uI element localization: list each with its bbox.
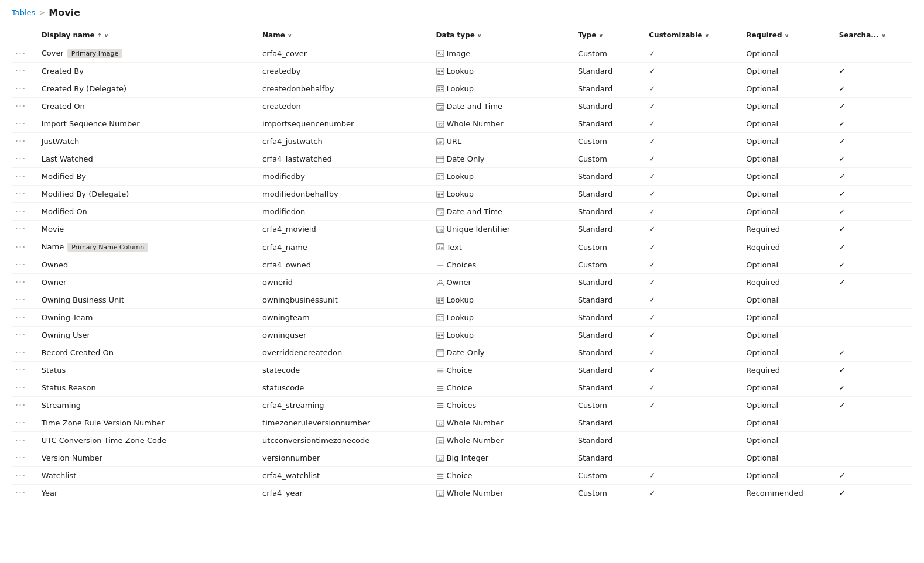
check-icon: ✓ <box>649 331 655 339</box>
cell-customizable: ✓ <box>643 186 740 203</box>
th-name[interactable]: Name ∨ <box>256 26 430 44</box>
cell-customizable: ✓ <box>643 44 740 63</box>
row-dots-menu[interactable]: ··· <box>12 467 36 485</box>
row-dots-menu[interactable]: ··· <box>12 449 36 467</box>
cell-display-name: Import Sequence Number <box>36 115 256 133</box>
svg-rect-54 <box>440 298 443 299</box>
cell-datatype: Lookup <box>430 186 573 203</box>
row-dots-menu[interactable]: ··· <box>12 397 36 414</box>
svg-rect-29 <box>440 175 443 176</box>
cell-name: importsequencenumber <box>256 115 430 133</box>
row-dots-menu[interactable]: ··· <box>12 379 36 397</box>
search-check-icon: ✓ <box>839 102 846 111</box>
cell-name: ownerid <box>256 274 430 291</box>
row-dots-menu[interactable]: ··· <box>12 150 36 168</box>
cell-name: statecode <box>256 362 430 379</box>
svg-rect-65 <box>437 334 440 334</box>
cell-type: Custom <box>572 238 643 256</box>
th-searchable[interactable]: Searcha... ∨ <box>833 26 912 44</box>
row-dots-menu[interactable]: ··· <box>12 238 36 256</box>
cell-display-name: Created By (Delegate) <box>36 80 256 98</box>
row-dots-menu[interactable]: ··· <box>12 221 36 238</box>
th-type-sort[interactable]: ∨ <box>598 32 603 39</box>
cell-datatype: 123Date and Time <box>430 98 573 115</box>
row-dots-menu[interactable]: ··· <box>12 63 36 80</box>
th-customizable-sort[interactable]: ∨ <box>704 32 709 39</box>
cell-searchable: ✓ <box>833 80 912 98</box>
search-check-icon: ✓ <box>839 172 846 181</box>
cell-searchable: ✓ <box>833 133 912 150</box>
th-display-name[interactable]: Display name ↑ ∨ <box>36 26 256 44</box>
row-dots-menu[interactable]: ··· <box>12 186 36 203</box>
breadcrumb-parent[interactable]: Tables <box>12 8 35 17</box>
row-dots-menu[interactable]: ··· <box>12 44 36 63</box>
th-required[interactable]: Required ∨ <box>740 26 833 44</box>
row-dots-menu[interactable]: ··· <box>12 80 36 98</box>
th-customizable-label: Customizable <box>649 31 702 39</box>
cell-customizable: ✓ <box>643 203 740 221</box>
cell-type: Standard <box>572 186 643 203</box>
row-dots-menu[interactable]: ··· <box>12 414 36 432</box>
cell-type: Standard <box>572 449 643 467</box>
th-datatype-sort[interactable]: ∨ <box>477 32 482 39</box>
cell-customizable: ✓ <box>643 133 740 150</box>
cell-customizable <box>643 449 740 467</box>
th-searchable-sort[interactable]: ∨ <box>881 32 886 39</box>
cell-datatype: Choice <box>430 362 573 379</box>
row-dots-menu[interactable]: ··· <box>12 309 36 327</box>
cell-customizable: ✓ <box>643 168 740 186</box>
table-row: ···Owning Business Unitowningbusinessuni… <box>12 291 912 309</box>
cell-datatype: URLURL <box>430 133 573 150</box>
table-row: ···UTC Conversion Time Zone Codeutcconve… <box>12 432 912 449</box>
row-dots-menu[interactable]: ··· <box>12 291 36 309</box>
cell-display-name: Time Zone Rule Version Number <box>36 414 256 432</box>
row-dots-menu[interactable]: ··· <box>12 98 36 115</box>
cell-name: utcconversiontimezonecode <box>256 432 430 449</box>
table-row: ···Owning UserowninguserLookupStandard✓O… <box>12 327 912 344</box>
check-icon: ✓ <box>649 49 655 58</box>
svg-text:123: 123 <box>437 122 444 127</box>
cell-required: Optional <box>740 133 833 150</box>
th-required-label: Required <box>746 31 782 39</box>
row-dots-menu[interactable]: ··· <box>12 115 36 133</box>
row-dots-menu[interactable]: ··· <box>12 362 36 379</box>
svg-text:UID: UID <box>437 228 442 232</box>
cell-customizable <box>643 432 740 449</box>
cell-customizable: ✓ <box>643 150 740 168</box>
search-check-icon: ✓ <box>839 119 846 128</box>
th-customizable[interactable]: Customizable ∨ <box>643 26 740 44</box>
row-dots-menu[interactable]: ··· <box>12 274 36 291</box>
row-dots-menu[interactable]: ··· <box>12 256 36 274</box>
row-dots-menu[interactable]: ··· <box>12 203 36 221</box>
cell-searchable: ✓ <box>833 467 912 485</box>
table-row: ···Created BycreatedbyLookupStandard✓Opt… <box>12 63 912 80</box>
svg-rect-7 <box>437 73 440 73</box>
table-row: ···Created Oncreatedon123Date and TimeSt… <box>12 98 912 115</box>
cell-customizable: ✓ <box>643 344 740 362</box>
row-dots-menu[interactable]: ··· <box>12 168 36 186</box>
columns-table: Display name ↑ ∨ Name ∨ Data type ∨ Type <box>12 26 912 502</box>
cell-display-name: Year <box>36 485 256 502</box>
th-display-name-sort[interactable]: ↑ ∨ <box>97 32 109 39</box>
th-required-sort[interactable]: ∨ <box>785 32 789 39</box>
cell-type: Standard <box>572 98 643 115</box>
row-dots-menu[interactable]: ··· <box>12 344 36 362</box>
search-check-icon: ✓ <box>839 348 846 357</box>
cell-searchable: ✓ <box>833 186 912 203</box>
cell-datatype: Lookup <box>430 309 573 327</box>
th-datatype[interactable]: Data type ∨ <box>430 26 573 44</box>
svg-rect-30 <box>437 177 440 177</box>
cell-display-name: Status Reason <box>36 379 256 397</box>
search-check-icon: ✓ <box>839 243 846 252</box>
cell-datatype: Choices <box>430 256 573 274</box>
cell-required: Required <box>740 274 833 291</box>
row-dots-menu[interactable]: ··· <box>12 432 36 449</box>
th-name-sort[interactable]: ∨ <box>288 32 292 39</box>
cell-type: Standard <box>572 221 643 238</box>
row-dots-menu[interactable]: ··· <box>12 327 36 344</box>
th-display-name-label: Display name <box>42 31 95 39</box>
cell-display-name: UTC Conversion Time Zone Code <box>36 432 256 449</box>
row-dots-menu[interactable]: ··· <box>12 485 36 502</box>
th-type[interactable]: Type ∨ <box>572 26 643 44</box>
row-dots-menu[interactable]: ··· <box>12 133 36 150</box>
